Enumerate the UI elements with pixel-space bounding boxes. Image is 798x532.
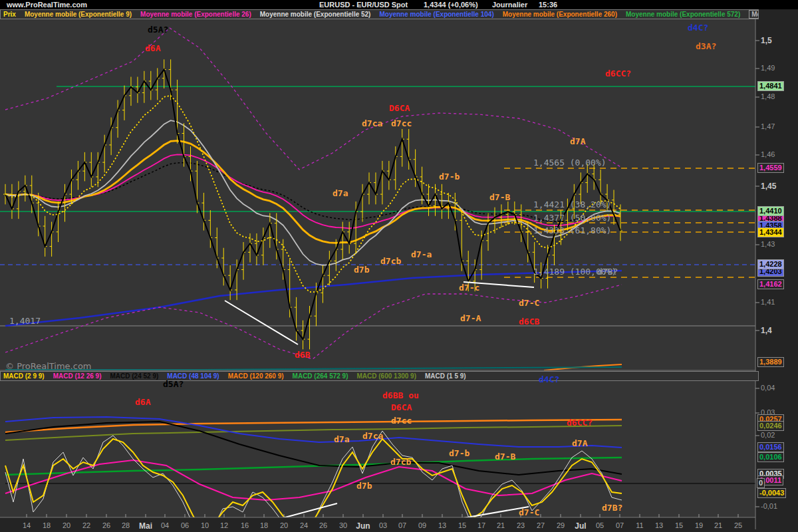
fib-label-1,45650,00%[interactable]: 1,4565 (0,00%) [533, 158, 606, 168]
macd-wave-label-d7b[interactable]: d7-b [449, 448, 469, 458]
x-axis-tick-Mai: Mai [139, 521, 152, 531]
fib-label-1,442138,20%[interactable]: 1,4421 (38,20%) [533, 200, 611, 209]
macd-legend-item-6[interactable]: MACD (600 1300 9) [357, 372, 416, 380]
macd-axis-tick: -0,01 [761, 502, 777, 510]
x-axis-tick-23: 23 [517, 521, 525, 529]
wave-label-d4C[interactable]: d4C? [688, 23, 708, 33]
macd-wave-label-d7ca[interactable]: d7ca [362, 431, 383, 441]
macd-wave-label-d7cb[interactable]: d7cb [390, 457, 411, 467]
macd-level-box--0,0043: -0,0043 [757, 488, 786, 498]
fib-label-1,437750,00%[interactable]: 1,4377 (50,00%) [533, 213, 611, 223]
wave-label-d6B[interactable]: d6B [295, 350, 310, 360]
macd-legend-item-4[interactable]: MACD (120 260 9) [228, 372, 284, 380]
x-axis-tick-26: 26 [102, 521, 110, 529]
macd-legend-item-1[interactable]: MACD (12 26 9) [53, 372, 102, 380]
x-axis-tick-26: 26 [319, 521, 327, 529]
wave-label-D6CA[interactable]: D6CA [389, 103, 410, 113]
macd-level-box-0,0156: 0,0156 [757, 442, 784, 452]
macd-wave-label-d6BBou[interactable]: d6BB ou [382, 390, 419, 400]
price-legend-item-7[interactable]: Moyenne [749, 10, 759, 19]
x-axis-tick-15: 15 [675, 521, 683, 529]
wave-label-d5A[interactable]: d5A? [148, 25, 168, 35]
wave-label-d7b[interactable]: d7-b [439, 172, 460, 182]
price-axis-tick: 1,48 [761, 92, 775, 100]
macd-wave-label-d7B[interactable]: d7B? [602, 503, 622, 513]
x-axis-tick-20: 20 [63, 521, 70, 529]
macd-wave-label-d7cc[interactable]: d7cc [391, 416, 412, 426]
x-axis-tick-30: 30 [339, 521, 347, 529]
fib-label-1,433361,80%[interactable]: 1,4333 (61,80%) [533, 225, 611, 235]
macd-wave-label-d7B[interactable]: d7-B [495, 452, 515, 462]
wave-label-d7b[interactable]: d7b [354, 265, 369, 275]
price-legend-item-0[interactable]: Prix [3, 11, 16, 18]
price-indicator-legend: PrixMoyenne mobile (Exponentielle 9)Moye… [0, 9, 759, 19]
wave-label-d6CC[interactable]: d6CC? [605, 68, 631, 78]
macd-legend-item-2[interactable]: MACD (24 52 9) [110, 372, 159, 380]
x-axis-tick-24: 24 [300, 521, 308, 529]
x-axis-tick-19: 19 [695, 521, 703, 529]
x-axis-tick-07: 07 [398, 521, 406, 529]
wave-label-d7C[interactable]: d7-C [519, 298, 539, 308]
price-legend-item-6[interactable]: Moyenne mobile (Exponentielle 572) [626, 11, 740, 18]
macd-legend-item-7[interactable]: MACD (1 5 9) [425, 372, 466, 380]
price-legend-item-4[interactable]: Moyenne mobile (Exponentielle 104) [379, 11, 493, 18]
macd-legend-item-0[interactable]: MACD (2 9 9) [3, 372, 45, 380]
x-axis-tick-07: 07 [616, 521, 624, 529]
price-chart[interactable] [0, 0, 798, 532]
wave-label-d7B[interactable]: d7-B [489, 192, 510, 202]
macd-wave-label-d7b[interactable]: d7b [356, 481, 372, 491]
macd-wave-label-d4C[interactable]: d4C? [539, 374, 559, 384]
watermark: © ProRealTime.com [5, 361, 92, 371]
price-legend-item-5[interactable]: Moyenne mobile (Exponentielle 260) [503, 11, 617, 18]
x-axis-tick-11: 11 [636, 521, 643, 529]
macd-wave-label-D6CA[interactable]: D6CA [391, 402, 412, 412]
x-axis-tick-20: 20 [280, 521, 288, 529]
wave-label-d7A[interactable]: d7-A [460, 313, 481, 323]
price-axis-tick: 1,41 [761, 298, 775, 306]
macd-level-box-0,0106: 0,0106 [757, 452, 784, 462]
price-level-box-1,4559: 1,4559 [757, 163, 784, 173]
macd-level-box-0: 0 [757, 478, 765, 488]
prorealtime-window: www.ProRealTime.com EURUSD - EUR/USD Spo… [0, 0, 798, 532]
x-axis-tick-Jun: Jun [356, 521, 370, 531]
price-level-box-1,4228: 1,4228 [757, 259, 784, 269]
chart-label-1,4017: 1,4017 [9, 316, 41, 326]
macd-wave-label-d6A[interactable]: d6A [135, 397, 150, 407]
macd-axis-tick: 0,02 [761, 431, 775, 439]
price-legend-item-3[interactable]: Moyenne mobile (Exponentielle 52) [260, 11, 371, 18]
wave-label-d6CB[interactable]: d6CB [519, 317, 539, 327]
wave-label-d7cb[interactable]: d7cb [380, 256, 401, 266]
x-axis-tick-25: 25 [734, 521, 742, 529]
macd-indicator-legend: MACD (2 9 9)MACD (12 26 9)MACD (24 52 9)… [0, 371, 759, 381]
macd-axis-tick: 0,04 [761, 384, 775, 392]
wave-label-d7a[interactable]: d7a [332, 188, 348, 198]
macd-wave-label-d5A[interactable]: d5A? [163, 379, 184, 389]
wave-label-d3A[interactable]: d3A? [696, 41, 716, 51]
x-axis-tick-05: 05 [596, 521, 604, 529]
x-axis-tick-18: 18 [260, 521, 268, 529]
macd-wave-label-d6CC[interactable]: d6CC? [567, 418, 593, 428]
wave-label-d6A[interactable]: d6A [145, 43, 160, 53]
wave-label-d7ca[interactable]: d7ca [362, 118, 382, 128]
wave-label-d7a[interactable]: d7-a [411, 249, 432, 259]
x-axis-tick-29: 29 [557, 521, 565, 529]
wave-label-d7A[interactable]: d7A [570, 136, 585, 146]
macd-wave-label-d7C[interactable]: d7-C [519, 507, 539, 517]
price-axis-tick: 1,43 [761, 240, 775, 248]
price-level-box-1,3889: 1,3889 [757, 357, 784, 367]
wave-label-d7cc[interactable]: d7cc [391, 118, 412, 128]
price-axis-tick: 1,5 [761, 36, 772, 45]
price-legend-item-1[interactable]: Moyenne mobile (Exponentielle 9) [25, 11, 132, 18]
price-legend-item-2[interactable]: Moyenne mobile (Exponentielle 26) [140, 11, 251, 18]
macd-wave-label-d7a[interactable]: d7a [334, 434, 349, 444]
x-axis-tick-13: 13 [655, 521, 663, 529]
price-axis-tick: 1,45 [761, 182, 776, 191]
x-axis-tick-22: 22 [82, 521, 90, 529]
macd-legend-item-5[interactable]: MACD (264 572 9) [293, 372, 348, 380]
wave-label-d7c[interactable]: d7-c [459, 283, 479, 293]
x-axis-tick-15: 15 [458, 521, 466, 529]
price-level-box-1,4841: 1,4841 [757, 81, 784, 91]
x-axis-tick-12: 12 [220, 521, 228, 529]
price-level-box-1,4344: 1,4344 [757, 227, 784, 237]
macd-wave-label-d7A[interactable]: d7A [572, 438, 587, 448]
